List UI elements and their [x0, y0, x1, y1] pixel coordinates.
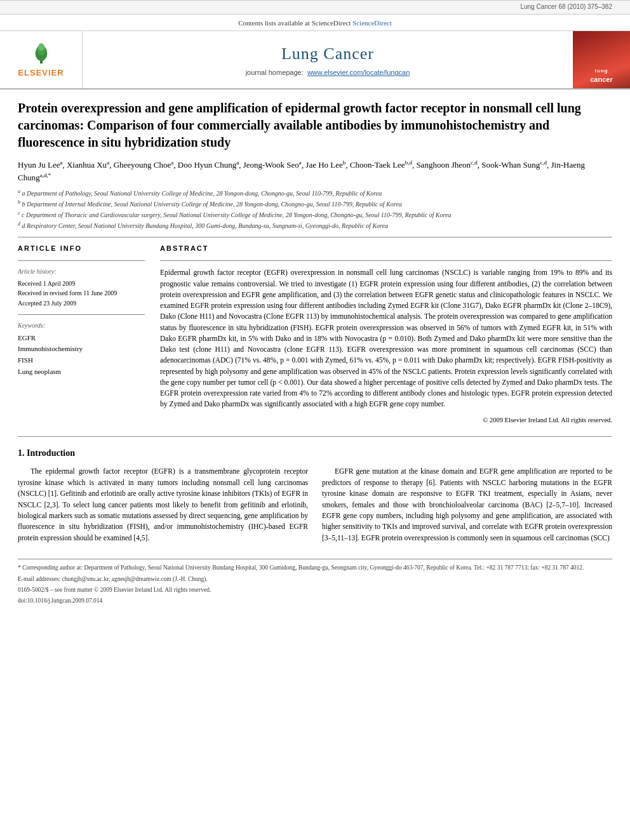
affiliation-a: a a Department of Pathology, Seoul Natio… — [18, 188, 612, 199]
journal-homepage: journal homepage: www.elsevier.com/locat… — [246, 68, 410, 78]
received-date: Received 1 April 2009 — [18, 279, 145, 289]
article-title: Protein overexpression and gene amplific… — [18, 100, 612, 151]
footnote-area: * Corresponding author at: Department of… — [18, 559, 612, 605]
article-info-abstract-section: ARTICLE INFO Article history: Received 1… — [18, 244, 612, 424]
history-label: Article history: — [18, 267, 145, 277]
intro-col-right: EGFR gene mutation at the kinase domain … — [322, 466, 612, 549]
top-banner: Contents lists available at ScienceDirec… — [0, 15, 630, 32]
introduction-section: 1. Introduction The epidermal growth fac… — [18, 447, 612, 549]
keywords-label: Keywords: — [18, 321, 145, 331]
sciencedirect-link[interactable]: ScienceDirect — [352, 18, 392, 29]
article-info-heading: ARTICLE INFO — [18, 244, 145, 254]
contents-available-text: Contents lists available at ScienceDirec… — [238, 18, 351, 29]
accepted-date: Accepted 23 July 2009 — [18, 299, 145, 309]
affiliation-b: b b Department of Internal Medicine, Seo… — [18, 199, 612, 210]
intro-para-2: EGFR gene mutation at the kinase domain … — [322, 466, 612, 543]
authors-line: Hyun Ju Leea, Xianhua Xua, Gheeyoung Cho… — [18, 159, 612, 184]
affiliations: a a Department of Pathology, Seoul Natio… — [18, 188, 612, 230]
intro-section-number: 1. — [18, 448, 25, 458]
elsevier-tree-icon — [29, 41, 54, 66]
main-content: Protein overexpression and gene amplific… — [0, 90, 630, 620]
divider-abstract — [160, 260, 612, 261]
affiliation-d: d d Respiratory Center, Seoul National U… — [18, 220, 612, 231]
homepage-url[interactable]: www.elsevier.com/locate/lungcan — [307, 69, 410, 76]
journal-header: ELSEVIER Lung Cancer journal homepage: w… — [0, 31, 630, 90]
intro-col-left: The epidermal growth factor receptor (EG… — [18, 466, 308, 549]
volume-info: Lung Cancer 68 (2010) 375–382 — [520, 3, 612, 10]
divider-info — [18, 260, 145, 261]
keyword-1: EGFR — [18, 333, 145, 344]
svg-point-3 — [38, 43, 44, 51]
divider-body — [18, 436, 612, 437]
page-wrapper: Lung Cancer 68 (2010) 375–382 Contents l… — [0, 0, 630, 840]
email-footnote: E-mail addresses: chungjh@snu.ac.kr, agn… — [18, 575, 612, 583]
journal-title: Lung Cancer — [281, 42, 374, 66]
copyright-line: © 2009 Elsevier Ireland Ltd. All rights … — [160, 415, 612, 425]
elsevier-logo-area: ELSEVIER — [0, 31, 83, 88]
elsevier-text: ELSEVIER — [18, 67, 64, 79]
journal-title-area: Lung Cancer journal homepage: www.elsevi… — [83, 31, 573, 88]
keyword-2: Immunohistochemistry — [18, 343, 145, 355]
intro-title: 1. Introduction — [18, 447, 612, 460]
intro-para-1: The epidermal growth factor receptor (EG… — [18, 466, 308, 543]
abstract-column: ABSTRACT Epidermal growth factor recepto… — [160, 244, 612, 424]
sciencedirect-link-text: ScienceDirect — [352, 19, 392, 27]
journal-cover-area: lung cancer — [573, 31, 630, 88]
keyword-4: Lung neoplasm — [18, 366, 145, 378]
abstract-heading: ABSTRACT — [160, 244, 612, 254]
divider-keywords — [18, 314, 145, 315]
doi-footnote: doi:10.1016/j.lungcan.2009.07.014 — [18, 596, 612, 605]
article-info-column: ARTICLE INFO Article history: Received 1… — [18, 244, 145, 424]
intro-body-columns: The epidermal growth factor receptor (EG… — [18, 466, 612, 549]
intro-section-title: Introduction — [27, 448, 75, 458]
abstract-text: Epidermal growth factor receptor (EGFR) … — [160, 267, 612, 410]
divider-1 — [18, 237, 612, 237]
homepage-label: journal homepage: — [246, 69, 304, 76]
journal-cover-inner: lung cancer — [573, 31, 630, 88]
affiliation-c: c c Department of Thoracic and Cardiovas… — [18, 210, 612, 220]
cover-lung-text: lung — [595, 67, 608, 75]
cover-cancer-text: cancer — [590, 75, 612, 85]
journal-info-line: Lung Cancer 68 (2010) 375–382 — [0, 0, 630, 15]
keyword-3: FISH — [18, 355, 145, 366]
issn-footnote: 0169-5002/$ – see front matter © 2009 El… — [18, 585, 612, 594]
revised-date: Received in revised form 11 June 2009 — [18, 289, 145, 298]
corresponding-footnote: * Corresponding author at: Department of… — [18, 563, 612, 572]
